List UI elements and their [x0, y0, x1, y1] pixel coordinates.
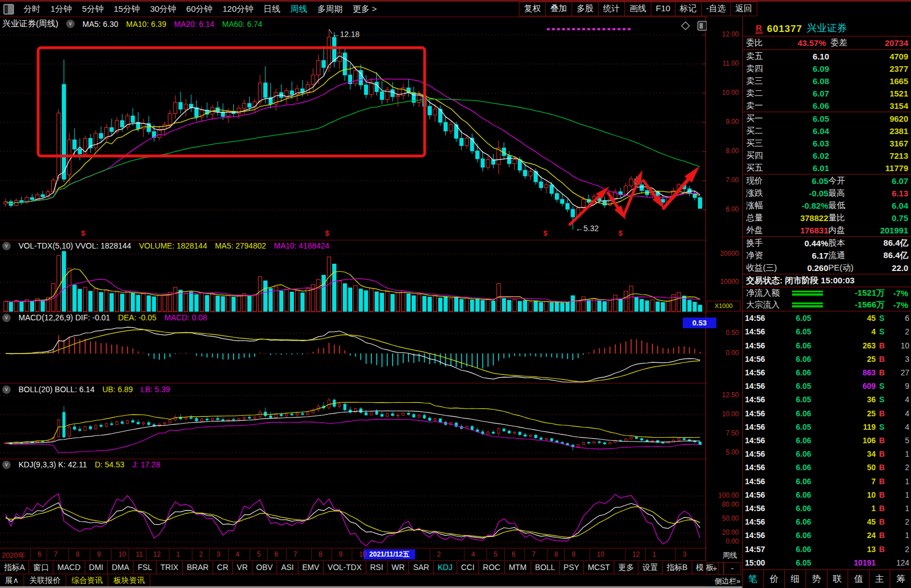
bottom-bar-item[interactable]: 综合资讯 [66, 575, 108, 586]
stat-label: 收益(三) [746, 263, 781, 273]
tick-flag: B [876, 463, 888, 472]
tick-flag: B [876, 436, 888, 445]
tick-tab[interactable]: 价 [764, 570, 785, 588]
indicator-tab[interactable]: DMI [85, 561, 108, 574]
indicator-tab[interactable]: 窗口 [29, 561, 53, 574]
chart-canvas[interactable]: $$$$←12.18←5.32 [0, 0, 707, 588]
indicator-tab[interactable]: MTM [505, 561, 531, 574]
tick-time: 14:56 [745, 517, 774, 526]
bottom-bar-item[interactable]: 关联报价 [24, 575, 66, 586]
tick-count: 124 [888, 558, 909, 567]
indicator-tab[interactable]: 模 板 [692, 561, 719, 574]
indicator-tab[interactable]: EMV [298, 561, 324, 574]
indicator-tab[interactable]: 更多 [614, 561, 638, 574]
axis-tick-label: 6.00 [726, 205, 739, 213]
stat-label: PE(动) [829, 263, 861, 273]
order-level-label: 卖一 [746, 100, 775, 111]
trade-tick-row: 14:566.0536S4 [743, 393, 911, 406]
indicator-tab[interactable]: VR [233, 561, 252, 574]
tick-tab[interactable]: 笔 [743, 570, 764, 588]
sidebar-toggle[interactable]: 侧边栏» [715, 576, 740, 586]
order-price: 6.01 [775, 163, 829, 173]
month-divider [90, 549, 90, 561]
date-axis: 2020年 2021/11/12五 6789101112123456789102… [0, 549, 706, 561]
tick-volume: 10191 [811, 558, 876, 567]
tick-time: 14:56 [745, 395, 774, 404]
trade-tick-row: 14:566.06863B27 [743, 366, 911, 379]
tick-time: 14:56 [745, 409, 774, 418]
tick-count: 6 [888, 314, 909, 323]
month-label: 10 [359, 550, 366, 558]
trade-tick-row: 14:566.05119S4 [743, 420, 911, 434]
boll-pane-header: ∨ BOLL(20) BOLL: 6.14UB: 6.89LB: 5.39 [2, 385, 170, 394]
indicator-tab[interactable]: DMA [108, 561, 134, 574]
chevron-down-icon[interactable]: ∨ [66, 20, 75, 28]
indicator-tab[interactable]: KDJ [434, 561, 457, 574]
axis-tick-label: 12.00 [722, 30, 739, 38]
axis-tick-label: 12.50 [722, 391, 739, 399]
tick-tab[interactable]: 筹 [890, 570, 911, 588]
tick-price: 6.06 [774, 504, 811, 513]
indicator-value: J: 17.28 [132, 460, 160, 469]
tick-price: 6.06 [774, 477, 811, 486]
indicator-tab[interactable]: BRAR [183, 561, 213, 574]
tick-tab[interactable]: 联 [827, 570, 849, 588]
indicator-tab[interactable]: PSY [560, 561, 584, 574]
indicator-tab[interactable]: WR [388, 561, 409, 574]
money-flow-row: 净流入额-1521万-7% [743, 287, 911, 299]
svg-text:$: $ [543, 229, 547, 237]
chevron-down-icon[interactable]: ∨ [2, 461, 11, 469]
indicator-tab[interactable]: OBV [252, 561, 278, 574]
order-book-row: 买三6.033167 [743, 137, 911, 149]
indicator-tab[interactable]: BOLL [531, 561, 560, 574]
tick-tab[interactable]: 主 [869, 570, 891, 588]
indicator-tab[interactable]: MCST [584, 561, 615, 574]
tick-tab[interactable]: 细 [785, 570, 806, 588]
month-divider [267, 549, 268, 561]
stat-row: 换手0.44%股本86.4亿 [743, 237, 911, 249]
year-label: 2020年 [2, 550, 25, 561]
indicator-tab[interactable]: FSL [134, 561, 157, 574]
price-stats: 现价6.05今开6.07涨跌-0.05最高6.13涨幅-0.82%最低6.04总… [743, 174, 911, 236]
indicator-tab[interactable]: ASI [277, 561, 298, 574]
tick-tabs: 笔价细势联值主筹 [743, 569, 911, 588]
current-date-highlight: 2021/11/12五 [364, 549, 415, 559]
ask-levels: 卖五6.104709卖四6.092377卖三6.081665卖二6.071521… [743, 50, 911, 112]
indicator-tab[interactable]: 设置 [638, 561, 662, 574]
indicator-tab[interactable]: VOL-TDX [324, 561, 366, 574]
tick-flag: B [876, 368, 888, 377]
tick-price: 6.06 [774, 436, 811, 445]
zoom-out-button[interactable]: - [724, 562, 741, 575]
top-tool-button[interactable]: 返回 [731, 2, 757, 16]
month-divider [332, 549, 332, 561]
indicator-tab[interactable]: ROC [479, 561, 505, 574]
month-label: 9 [572, 550, 576, 558]
indicator-tab[interactable]: 指标A [0, 561, 29, 574]
fundamental-stats: 换手0.44%股本86.4亿净资6.17流通86.4亿收益(三)0.260PE(… [743, 237, 911, 274]
chevron-down-icon[interactable]: ∨ [2, 242, 11, 250]
stat-label: 现价 [746, 176, 781, 186]
indicator-value: MA10: 4188424 [274, 241, 329, 250]
indicator-tab[interactable]: 指标B [662, 561, 692, 574]
indicator-tab[interactable]: MACD [53, 561, 85, 574]
tick-volume: 609 [811, 382, 876, 391]
bottom-bar-item[interactable]: 板块资讯 [108, 575, 150, 586]
indicator-tab[interactable]: CR [213, 561, 233, 574]
trade-tick-row: 14:576.0613B2 [743, 542, 911, 555]
month-divider [30, 549, 31, 561]
tick-tab[interactable]: 势 [806, 570, 827, 588]
tick-volume: 106 [811, 436, 876, 445]
indicator-tab[interactable]: CCI [457, 561, 479, 574]
chevron-down-icon[interactable]: ∨ [2, 385, 11, 394]
stat-value: 22.0 [861, 263, 909, 273]
indicator-tab[interactable]: RSI [366, 561, 388, 574]
chevron-down-icon[interactable]: ∨ [2, 314, 11, 322]
indicator-tab[interactable]: SAR [409, 561, 434, 574]
tick-tab[interactable]: 值 [848, 570, 869, 588]
order-volume: 3167 [829, 139, 908, 148]
axis-tick-label: 11.00 [723, 59, 739, 67]
quote-header: R 300 601377 兴业证券 [743, 17, 911, 36]
indicator-tab[interactable]: TRIX [157, 561, 183, 574]
bottom-bar-item[interactable]: 展∧ [0, 575, 24, 586]
month-label: 5 [494, 550, 498, 558]
